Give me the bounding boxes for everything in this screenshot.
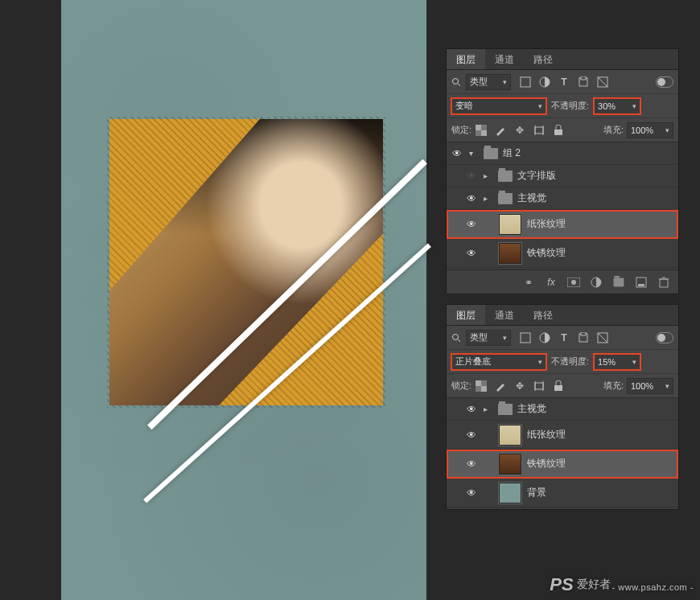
tab-paths[interactable]: 路径 [524, 305, 562, 325]
layer-label: 主视觉 [517, 191, 546, 205]
chevron-down-icon: ▾ [665, 382, 669, 390]
svg-rect-11 [535, 127, 543, 134]
filter-toggle-icon[interactable] [656, 76, 673, 88]
fill-dropdown[interactable]: 100% ▾ [627, 378, 673, 394]
filter-type-label: 类型 [470, 331, 488, 343]
lock-artboard-icon[interactable] [533, 124, 546, 137]
opacity-dropdown-top[interactable]: 30% ▾ [594, 98, 640, 114]
filter-shape-icon[interactable] [577, 331, 590, 344]
layer-main-group[interactable]: 👁 ▸ 主视觉 [447, 187, 678, 210]
opacity-dropdown-bottom[interactable]: 15% ▾ [594, 354, 640, 370]
layers-panel-bottom: 图层 通道 路径 类型 ▾ T [446, 304, 679, 510]
visibility-icon[interactable]: 👁 [464, 248, 479, 259]
lock-position-icon[interactable]: ✥ [513, 124, 526, 137]
layer-rust-texture[interactable]: 👁 铁锈纹理 [447, 239, 678, 268]
lock-paint-icon[interactable] [494, 124, 507, 137]
filter-shape-icon[interactable] [577, 76, 590, 88]
layer-thumbnail [498, 453, 522, 475]
layer-thumbnail [498, 482, 522, 504]
folder-icon [498, 171, 513, 182]
chevron-right-icon[interactable]: ▸ [484, 171, 493, 180]
filter-pixel-icon[interactable] [519, 331, 532, 344]
layer-panel-footer: ⚭ fx [447, 269, 678, 294]
layer-paper-texture[interactable]: 👁 纸张纹理 [447, 210, 678, 239]
fill-dropdown[interactable]: 100% ▾ [627, 122, 673, 138]
visibility-icon[interactable]: 👁 [450, 148, 464, 159]
portrait-graphic [109, 119, 383, 405]
filter-type-dropdown[interactable]: 类型 ▾ [466, 74, 511, 90]
filter-smart-icon[interactable] [596, 331, 609, 344]
document-canvas[interactable] [61, 0, 426, 600]
tab-channels[interactable]: 通道 [485, 305, 524, 325]
visibility-icon[interactable]: 👁 [464, 171, 479, 182]
blend-mode-dropdown-bottom[interactable]: 正片叠底 ▾ [451, 354, 546, 370]
chevron-down-icon[interactable]: ▾ [469, 149, 479, 158]
watermark-brand: PS [550, 574, 573, 595]
lock-all-icon[interactable] [552, 124, 565, 137]
tab-layers[interactable]: 图层 [447, 49, 485, 69]
folder-icon [484, 148, 498, 159]
svg-line-24 [458, 339, 460, 342]
chevron-right-icon[interactable]: ▸ [484, 194, 493, 203]
new-layer-icon[interactable] [635, 276, 648, 289]
fill-label: 填充: [603, 124, 624, 136]
lock-artboard-icon[interactable] [533, 380, 546, 392]
visibility-icon[interactable]: 👁 [464, 429, 479, 441]
link-layers-icon[interactable]: ⚭ [522, 276, 535, 289]
chevron-down-icon: ▾ [665, 126, 669, 134]
layer-paper-texture[interactable]: 👁 纸张纹理 [447, 421, 678, 450]
svg-line-30 [598, 333, 607, 343]
tab-paths[interactable]: 路径 [524, 49, 562, 69]
tab-layers[interactable]: 图层 [447, 305, 485, 325]
filter-adjust-icon[interactable] [538, 76, 551, 88]
layer-text-group[interactable]: 👁 ▸ 文字排版 [447, 165, 678, 187]
layer-label: 主视觉 [517, 402, 546, 416]
visibility-icon[interactable]: 👁 [464, 219, 479, 230]
layer-group-2[interactable]: 👁 ▾ 组 2 [447, 142, 678, 165]
visibility-icon[interactable]: 👁 [464, 487, 479, 499]
layer-fx-icon[interactable]: fx [545, 276, 558, 289]
filter-type-icon[interactable]: T [558, 76, 570, 88]
chevron-down-icon: ▾ [632, 102, 636, 110]
chevron-right-icon[interactable]: ▸ [484, 405, 493, 413]
layer-thumbnail [498, 213, 522, 236]
visibility-icon[interactable]: 👁 [464, 458, 479, 470]
folder-icon [498, 404, 513, 415]
lock-transparency-icon[interactable] [475, 124, 488, 137]
chevron-down-icon: ▾ [538, 358, 542, 366]
adjustment-layer-icon[interactable] [590, 276, 603, 289]
layer-main-group[interactable]: 👁 ▸ 主视觉 [447, 398, 678, 421]
svg-point-0 [453, 78, 459, 84]
lock-paint-icon[interactable] [494, 380, 507, 392]
blend-mode-dropdown-top[interactable]: 变暗 ▾ [451, 98, 546, 114]
blend-mode-value: 变暗 [455, 100, 473, 112]
filter-type-label: 类型 [470, 76, 488, 88]
svg-rect-37 [554, 385, 562, 391]
filter-smart-icon[interactable] [596, 76, 609, 88]
layer-list-top: 👁 ▾ 组 2 👁 ▸ 文字排版 👁 ▸ 主视觉 👁 纸张 [447, 142, 678, 269]
filter-type-icon[interactable]: T [558, 331, 570, 344]
search-icon [451, 333, 463, 343]
layer-label: 背景 [527, 486, 546, 499]
layers-panel-top: 图层 通道 路径 类型 ▾ T [446, 48, 679, 294]
tab-channels[interactable]: 通道 [485, 49, 524, 69]
visibility-icon[interactable]: 👁 [464, 404, 479, 415]
layer-thumbnail [498, 242, 522, 265]
new-group-icon[interactable] [612, 276, 625, 289]
visibility-icon[interactable]: 👁 [464, 193, 479, 204]
delete-layer-icon[interactable] [657, 276, 670, 289]
lock-position-icon[interactable]: ✥ [513, 380, 526, 392]
filter-type-dropdown[interactable]: 类型 ▾ [466, 330, 511, 346]
layer-background[interactable]: 👁 背景 [447, 479, 678, 508]
filter-pixel-icon[interactable] [519, 76, 532, 88]
lock-label: 锁定: [451, 380, 471, 392]
filter-adjust-icon[interactable] [538, 331, 551, 344]
opacity-label: 不透明度: [551, 355, 589, 368]
lock-transparency-icon[interactable] [475, 380, 488, 392]
lock-all-icon[interactable] [552, 380, 565, 392]
svg-rect-33 [481, 386, 487, 392]
svg-point-23 [453, 334, 459, 339]
layer-rust-texture[interactable]: 👁 铁锈纹理 [447, 450, 678, 479]
add-mask-icon[interactable] [567, 276, 580, 289]
filter-toggle-icon[interactable] [656, 332, 673, 343]
